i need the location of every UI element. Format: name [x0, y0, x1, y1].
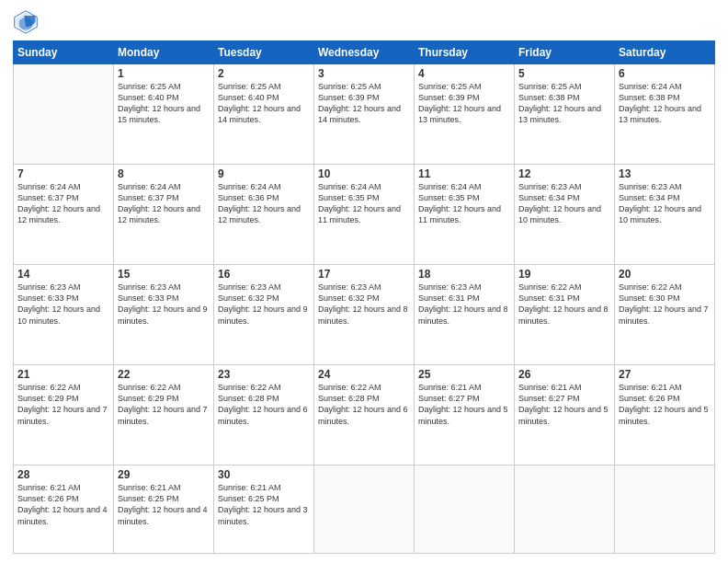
calendar-cell: 4Sunrise: 6:25 AM Sunset: 6:39 PM Daylig… [415, 64, 515, 165]
day-number: 12 [518, 167, 610, 180]
day-info: Sunrise: 6:25 AM Sunset: 6:38 PM Dayligh… [518, 81, 610, 126]
calendar-cell: 20Sunrise: 6:22 AM Sunset: 6:30 PM Dayli… [615, 265, 715, 365]
day-info: Sunrise: 6:21 AM Sunset: 6:25 PM Dayligh… [118, 482, 210, 527]
day-info: Sunrise: 6:25 AM Sunset: 6:39 PM Dayligh… [418, 81, 510, 126]
weekday-header-monday: Monday [114, 41, 214, 64]
weekday-header-thursday: Thursday [415, 41, 515, 64]
page: SundayMondayTuesdayWednesdayThursdayFrid… [0, 0, 728, 563]
day-number: 17 [318, 268, 410, 281]
day-info: Sunrise: 6:23 AM Sunset: 6:31 PM Dayligh… [418, 282, 510, 327]
week-row-2: 14Sunrise: 6:23 AM Sunset: 6:33 PM Dayli… [14, 265, 715, 365]
day-number: 6 [619, 67, 711, 80]
calendar-cell: 21Sunrise: 6:22 AM Sunset: 6:29 PM Dayli… [14, 365, 114, 465]
day-info: Sunrise: 6:23 AM Sunset: 6:34 PM Dayligh… [619, 181, 711, 226]
day-number: 8 [118, 167, 210, 180]
calendar-cell [515, 465, 615, 554]
day-number: 30 [218, 468, 310, 481]
day-info: Sunrise: 6:22 AM Sunset: 6:29 PM Dayligh… [17, 382, 109, 427]
calendar-cell: 10Sunrise: 6:24 AM Sunset: 6:35 PM Dayli… [314, 165, 415, 265]
day-number: 9 [218, 167, 310, 180]
day-number: 4 [418, 67, 510, 80]
calendar-cell: 16Sunrise: 6:23 AM Sunset: 6:32 PM Dayli… [214, 265, 314, 365]
calendar-cell: 19Sunrise: 6:22 AM Sunset: 6:31 PM Dayli… [515, 265, 615, 365]
calendar-cell: 25Sunrise: 6:21 AM Sunset: 6:27 PM Dayli… [415, 365, 515, 465]
calendar-cell: 23Sunrise: 6:22 AM Sunset: 6:28 PM Dayli… [214, 365, 314, 465]
logo [13, 9, 42, 35]
day-number: 19 [518, 268, 610, 281]
calendar-cell: 28Sunrise: 6:21 AM Sunset: 6:26 PM Dayli… [14, 465, 114, 554]
day-number: 10 [318, 167, 410, 180]
day-number: 11 [418, 167, 510, 180]
calendar-cell: 7Sunrise: 6:24 AM Sunset: 6:37 PM Daylig… [14, 165, 114, 265]
weekday-header-row: SundayMondayTuesdayWednesdayThursdayFrid… [14, 41, 715, 64]
weekday-header-friday: Friday [515, 41, 615, 64]
calendar-cell [314, 465, 415, 554]
day-number: 5 [518, 67, 610, 80]
day-info: Sunrise: 6:24 AM Sunset: 6:36 PM Dayligh… [218, 181, 310, 226]
day-number: 28 [17, 468, 109, 481]
week-row-0: 1Sunrise: 6:25 AM Sunset: 6:40 PM Daylig… [14, 64, 715, 165]
day-info: Sunrise: 6:24 AM Sunset: 6:35 PM Dayligh… [318, 181, 410, 226]
calendar-cell: 15Sunrise: 6:23 AM Sunset: 6:33 PM Dayli… [114, 265, 214, 365]
day-number: 2 [218, 67, 310, 80]
calendar-cell: 13Sunrise: 6:23 AM Sunset: 6:34 PM Dayli… [615, 165, 715, 265]
day-info: Sunrise: 6:21 AM Sunset: 6:26 PM Dayligh… [17, 482, 109, 527]
week-row-4: 28Sunrise: 6:21 AM Sunset: 6:26 PM Dayli… [14, 465, 715, 554]
calendar-cell: 29Sunrise: 6:21 AM Sunset: 6:25 PM Dayli… [114, 465, 214, 554]
day-number: 14 [17, 268, 109, 281]
day-number: 16 [218, 268, 310, 281]
week-row-3: 21Sunrise: 6:22 AM Sunset: 6:29 PM Dayli… [14, 365, 715, 465]
day-number: 15 [118, 268, 210, 281]
day-info: Sunrise: 6:21 AM Sunset: 6:25 PM Dayligh… [218, 482, 310, 527]
calendar-cell [615, 465, 715, 554]
day-number: 27 [619, 368, 711, 381]
calendar-cell: 30Sunrise: 6:21 AM Sunset: 6:25 PM Dayli… [214, 465, 314, 554]
day-number: 1 [118, 67, 210, 80]
calendar-cell: 9Sunrise: 6:24 AM Sunset: 6:36 PM Daylig… [214, 165, 314, 265]
calendar-cell: 27Sunrise: 6:21 AM Sunset: 6:26 PM Dayli… [615, 365, 715, 465]
day-number: 23 [218, 368, 310, 381]
calendar-cell: 17Sunrise: 6:23 AM Sunset: 6:32 PM Dayli… [314, 265, 415, 365]
day-number: 13 [619, 167, 711, 180]
calendar-cell: 12Sunrise: 6:23 AM Sunset: 6:34 PM Dayli… [515, 165, 615, 265]
calendar-cell: 22Sunrise: 6:22 AM Sunset: 6:29 PM Dayli… [114, 365, 214, 465]
day-info: Sunrise: 6:25 AM Sunset: 6:40 PM Dayligh… [118, 81, 210, 126]
day-info: Sunrise: 6:21 AM Sunset: 6:27 PM Dayligh… [518, 382, 610, 427]
calendar-cell [14, 64, 114, 165]
day-number: 24 [318, 368, 410, 381]
day-info: Sunrise: 6:21 AM Sunset: 6:27 PM Dayligh… [418, 382, 510, 427]
weekday-header-sunday: Sunday [14, 41, 114, 64]
calendar-cell: 14Sunrise: 6:23 AM Sunset: 6:33 PM Dayli… [14, 265, 114, 365]
calendar-table: SundayMondayTuesdayWednesdayThursdayFrid… [13, 40, 715, 554]
day-number: 26 [518, 368, 610, 381]
day-info: Sunrise: 6:23 AM Sunset: 6:34 PM Dayligh… [518, 181, 610, 226]
calendar-cell: 3Sunrise: 6:25 AM Sunset: 6:39 PM Daylig… [314, 64, 415, 165]
calendar-cell: 1Sunrise: 6:25 AM Sunset: 6:40 PM Daylig… [114, 64, 214, 165]
calendar-cell: 5Sunrise: 6:25 AM Sunset: 6:38 PM Daylig… [515, 64, 615, 165]
day-info: Sunrise: 6:24 AM Sunset: 6:37 PM Dayligh… [118, 181, 210, 226]
day-info: Sunrise: 6:22 AM Sunset: 6:30 PM Dayligh… [619, 282, 711, 327]
week-row-1: 7Sunrise: 6:24 AM Sunset: 6:37 PM Daylig… [14, 165, 715, 265]
day-info: Sunrise: 6:24 AM Sunset: 6:35 PM Dayligh… [418, 181, 510, 226]
day-info: Sunrise: 6:23 AM Sunset: 6:32 PM Dayligh… [218, 282, 310, 327]
day-number: 21 [17, 368, 109, 381]
calendar-cell: 2Sunrise: 6:25 AM Sunset: 6:40 PM Daylig… [214, 64, 314, 165]
weekday-header-wednesday: Wednesday [314, 41, 415, 64]
day-number: 29 [118, 468, 210, 481]
calendar-cell: 11Sunrise: 6:24 AM Sunset: 6:35 PM Dayli… [415, 165, 515, 265]
day-info: Sunrise: 6:22 AM Sunset: 6:29 PM Dayligh… [118, 382, 210, 427]
day-info: Sunrise: 6:22 AM Sunset: 6:31 PM Dayligh… [518, 282, 610, 327]
weekday-header-tuesday: Tuesday [214, 41, 314, 64]
weekday-header-saturday: Saturday [615, 41, 715, 64]
day-info: Sunrise: 6:21 AM Sunset: 6:26 PM Dayligh… [619, 382, 711, 427]
day-info: Sunrise: 6:25 AM Sunset: 6:39 PM Dayligh… [318, 81, 410, 126]
day-number: 22 [118, 368, 210, 381]
day-number: 25 [418, 368, 510, 381]
day-info: Sunrise: 6:22 AM Sunset: 6:28 PM Dayligh… [218, 382, 310, 427]
day-info: Sunrise: 6:23 AM Sunset: 6:32 PM Dayligh… [318, 282, 410, 327]
calendar-cell: 18Sunrise: 6:23 AM Sunset: 6:31 PM Dayli… [415, 265, 515, 365]
day-number: 20 [619, 268, 711, 281]
day-number: 3 [318, 67, 410, 80]
day-info: Sunrise: 6:25 AM Sunset: 6:40 PM Dayligh… [218, 81, 310, 126]
calendar-cell [415, 465, 515, 554]
